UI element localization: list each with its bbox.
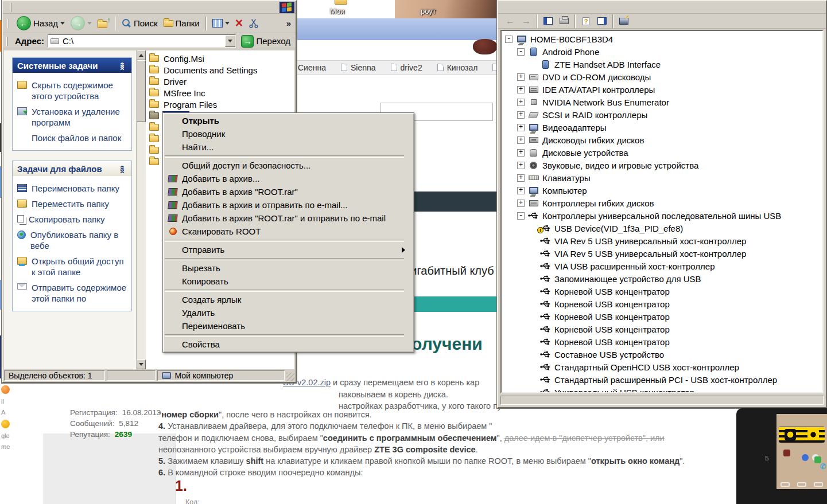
device-tree-item[interactable]: ! Составное USB устройство	[502, 348, 822, 361]
device-tree-item[interactable]: ! NVIDIA Network Bus Enumerator	[502, 96, 822, 108]
desktop-icon[interactable]: gle	[1, 432, 10, 439]
device-tree-item[interactable]: ! Корневой USB концентратор	[502, 285, 822, 298]
toolbar-overflow-icon[interactable]: »	[286, 18, 293, 28]
device-tree-item[interactable]: ! Контроллеры универсальной последовател…	[502, 209, 822, 222]
device-tree-item[interactable]: ! VIA Rev 5 USB универсальный хост-контр…	[502, 235, 822, 247]
task-link[interactable]: Скрыть содержимое этого устройства	[16, 77, 130, 104]
bookmark-item[interactable]: Кинозал	[437, 63, 478, 72]
desktop-icon[interactable]	[1, 420, 10, 428]
device-tree-item[interactable]: ! Корневой USB концентратор	[502, 310, 822, 323]
context-menu-item[interactable]: Добавить в архив "ROOT.rar"	[164, 185, 413, 198]
menu-item[interactable]	[36, 7, 46, 8]
context-menu-item[interactable]: Проводник	[164, 127, 413, 140]
device-tree-item[interactable]: ! Корневой USB концентратор	[502, 335, 822, 348]
expand-toggle[interactable]	[517, 162, 525, 169]
views-dropdown-icon[interactable]	[225, 22, 230, 25]
desktop-folder-icon[interactable]	[335, 0, 347, 5]
task-link[interactable]: Опубликовать папку в вебе	[16, 227, 130, 253]
menu-item[interactable]	[536, 7, 546, 8]
context-menu-item[interactable]: Открыть	[164, 114, 413, 127]
task-link[interactable]: Переместить папку	[16, 196, 130, 212]
delete-button[interactable]: ×	[234, 18, 244, 28]
resize-grip[interactable]	[286, 373, 294, 381]
device-tree-item[interactable]: ! Универсальный USB концентратор	[502, 386, 822, 393]
device-tree-item[interactable]: ! Компьютер	[502, 184, 822, 197]
context-menu-item[interactable]	[164, 333, 413, 338]
bookmark-item[interactable]: drive2	[391, 63, 422, 72]
desktop-icon-rout[interactable]: роут	[421, 7, 436, 15]
device-tree-item[interactable]: ! Контроллеры гибких дисков	[502, 197, 822, 209]
device-tree-item[interactable]: ! Запоминающее устройство для USB	[502, 272, 822, 285]
file-tasks-header[interactable]: Задачи для файлов««	[13, 161, 131, 176]
context-menu-item[interactable]	[164, 238, 413, 243]
folder-row[interactable]: MSfree Inc	[147, 87, 294, 99]
collapse-icon[interactable]: ««	[118, 165, 128, 173]
device-tree-item[interactable]: ! IDE ATA/ATAPI контроллеры	[502, 83, 822, 96]
device-tree-item[interactable]: ! HOME-B0CBF1B3D4	[502, 33, 822, 45]
back-dropdown-icon[interactable]	[60, 22, 65, 25]
device-tree-item[interactable]: ! Стандартный OpenHCD USB хост-контролле…	[502, 361, 822, 373]
expand-toggle[interactable]	[517, 200, 525, 207]
device-tree-item[interactable]: ! Видеоадаптеры	[502, 121, 822, 134]
folder-row[interactable]: Program Files	[147, 99, 294, 110]
menu-item[interactable]	[46, 7, 56, 8]
desktop-icon[interactable]: me	[1, 443, 10, 450]
context-menu-item[interactable]: Вырезать	[164, 261, 413, 275]
context-menu-item[interactable]: Общий доступ и безопасность...	[164, 159, 413, 172]
address-input[interactable]: C:\	[48, 34, 236, 48]
menubar-grip[interactable]	[10, 3, 11, 12]
menu-item[interactable]	[56, 7, 67, 8]
back-button[interactable]: ← Назад	[15, 15, 67, 31]
device-tree-item[interactable]: ! Звуковые, видео и игровые устройства	[502, 159, 822, 171]
menu-item[interactable]	[15, 7, 25, 8]
device-tree-item[interactable]: ! VIA Rev 5 USB универсальный хост-контр…	[502, 247, 822, 260]
desktop-icon[interactable]	[1, 385, 10, 394]
task-link[interactable]: Переименовать папку	[16, 181, 130, 196]
expand-toggle[interactable]	[517, 212, 525, 220]
expand-toggle[interactable]	[517, 187, 525, 194]
device-tree-item[interactable]: ! Клавиатуры	[502, 171, 822, 184]
menu-item[interactable]	[25, 7, 36, 8]
context-menu-item[interactable]: Свойства	[164, 338, 413, 351]
context-menu-item[interactable]: Добавить в архив и отправить по e-mail..…	[164, 198, 413, 212]
expand-toggle[interactable]	[517, 73, 525, 81]
cut-button[interactable]	[247, 18, 261, 29]
device-tree-item[interactable]: ! DVD и CD-ROM дисководы	[502, 71, 822, 83]
views-button[interactable]	[211, 18, 231, 28]
device-tree-item[interactable]: ! SCSI и RAID контроллеры	[502, 108, 822, 121]
forward-button[interactable]: →	[69, 15, 94, 31]
scroll-down-button[interactable]	[137, 360, 146, 369]
go-button[interactable]: → Переход	[239, 34, 292, 48]
context-menu-item[interactable]	[164, 256, 413, 261]
device-tree-item[interactable]: ! ZTE Handset ADB Interface	[502, 58, 822, 71]
system-tasks-header[interactable]: Системные задачи««	[13, 58, 131, 73]
desktop-icon-moi[interactable]: Мои	[330, 7, 344, 15]
expand-toggle[interactable]	[517, 136, 525, 144]
show-console-tree-button[interactable]	[541, 15, 556, 28]
expand-toggle[interactable]	[505, 36, 512, 43]
folders-button[interactable]: Папки	[162, 18, 201, 29]
menu-item[interactable]	[515, 7, 526, 8]
context-menu-item[interactable]: Переименовать	[164, 319, 413, 333]
scrollbar-thumb[interactable]	[137, 60, 146, 122]
expand-toggle[interactable]	[517, 111, 525, 119]
context-menu-item[interactable]: Отправить	[164, 243, 413, 256]
device-tree-item[interactable]: ! USB Device(VID_1f3a_PID_efe8)	[502, 222, 822, 235]
search-button[interactable]: Поиск	[120, 18, 160, 29]
context-menu-item[interactable]: Добавить в архив...	[164, 172, 413, 185]
context-menu-item[interactable]: Создать ярлык	[164, 293, 413, 306]
device-tree-item[interactable]: ! Android Phone	[502, 45, 822, 58]
forward-dropdown-icon[interactable]	[87, 22, 92, 25]
context-menu-item[interactable]	[164, 154, 413, 159]
folder-row[interactable]: Documents and Settings	[147, 64, 294, 76]
context-menu-item[interactable]: Сканировать ROOT	[164, 225, 413, 238]
bookmark-item[interactable]: Sienna	[341, 63, 376, 72]
context-menu-item[interactable]: Копировать	[164, 275, 413, 288]
device-tree-item[interactable]: ! Корневой USB концентратор	[502, 298, 822, 310]
expand-toggle[interactable]	[517, 149, 525, 157]
collapse-icon[interactable]: ««	[118, 62, 128, 69]
back-button[interactable]: ←	[503, 15, 518, 28]
device-tree-item[interactable]: ! Дисководы гибких дисков	[502, 134, 822, 146]
print-button[interactable]	[557, 15, 572, 28]
menu-item[interactable]	[505, 7, 515, 8]
